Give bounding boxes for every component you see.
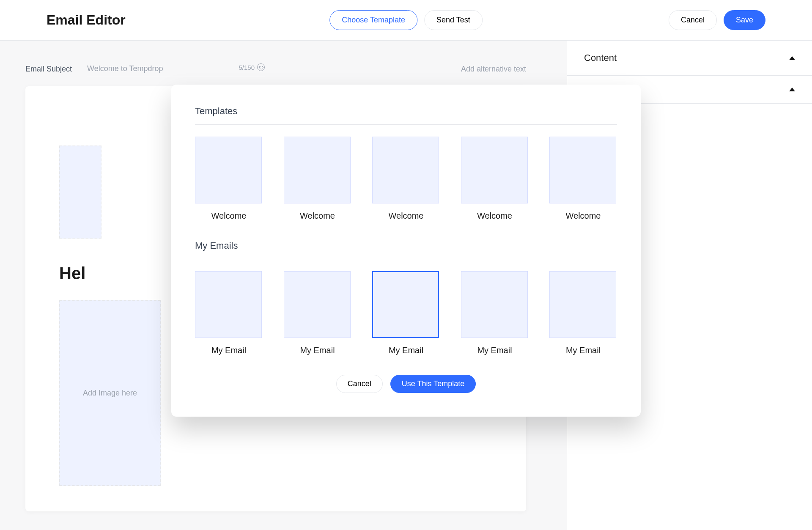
emoji-picker-icon[interactable] bbox=[257, 63, 265, 71]
use-template-button[interactable]: Use This Template bbox=[390, 375, 476, 393]
template-name: My Email bbox=[549, 346, 617, 355]
send-test-button[interactable]: Send Test bbox=[424, 10, 483, 30]
template-name: My Email bbox=[284, 346, 351, 355]
template-card[interactable]: Welcome bbox=[461, 137, 529, 221]
accordion-content[interactable]: Content bbox=[567, 41, 812, 76]
save-button[interactable]: Save bbox=[724, 10, 765, 30]
email-subject-input[interactable] bbox=[87, 62, 265, 76]
add-alt-text-link[interactable]: Add alternative text bbox=[461, 65, 526, 74]
template-thumbnail bbox=[549, 271, 616, 338]
template-thumbnail bbox=[284, 137, 351, 203]
template-name: Welcome bbox=[195, 211, 263, 221]
template-card[interactable]: Welcome bbox=[284, 137, 351, 221]
template-name: My Email bbox=[461, 346, 529, 355]
hero-image-dropzone[interactable] bbox=[59, 146, 102, 239]
modal-sections: TemplatesWelcomeWelcomeWelcomeWelcomeWel… bbox=[195, 106, 617, 355]
choose-template-button[interactable]: Choose Temaplate bbox=[329, 10, 417, 30]
template-thumbnail bbox=[195, 271, 262, 338]
template-name: Welcome bbox=[549, 211, 617, 221]
modal-cancel-button[interactable]: Cancel bbox=[336, 375, 383, 393]
chevron-up-icon bbox=[789, 56, 795, 60]
choose-template-modal: TemplatesWelcomeWelcomeWelcomeWelcomeWel… bbox=[171, 85, 641, 417]
template-thumbnail bbox=[372, 271, 439, 338]
template-name: Welcome bbox=[461, 211, 529, 221]
template-card[interactable]: My Email bbox=[461, 271, 529, 355]
template-name: My Email bbox=[372, 346, 440, 355]
template-card[interactable]: My Email bbox=[372, 271, 440, 355]
cancel-button[interactable]: Cancel bbox=[669, 10, 717, 30]
subject-label: Email Subject bbox=[25, 65, 72, 74]
template-thumbnail bbox=[372, 137, 439, 203]
template-card[interactable]: My Email bbox=[284, 271, 351, 355]
char-count: 5/150 bbox=[239, 64, 255, 71]
template-section-heading: Templates bbox=[195, 106, 617, 125]
template-card[interactable]: Welcome bbox=[549, 137, 617, 221]
template-name: Welcome bbox=[372, 211, 440, 221]
add-image-placeholder: Add Image here bbox=[83, 389, 137, 398]
template-thumbnail bbox=[195, 137, 262, 203]
template-card[interactable]: Welcome bbox=[372, 137, 440, 221]
template-name: Welcome bbox=[284, 211, 351, 221]
template-card[interactable]: My Email bbox=[195, 271, 263, 355]
template-name: My Email bbox=[195, 346, 263, 355]
template-thumbnail bbox=[549, 137, 616, 203]
template-section-heading: My Emails bbox=[195, 240, 617, 259]
template-thumbnail bbox=[461, 137, 528, 203]
accordion-label: Content bbox=[584, 52, 617, 63]
template-card[interactable]: Welcome bbox=[195, 137, 263, 221]
side-image-dropzone[interactable]: Add Image here bbox=[59, 300, 161, 486]
template-thumbnail bbox=[284, 271, 351, 338]
template-thumbnail bbox=[461, 271, 528, 338]
template-card[interactable]: My Email bbox=[549, 271, 617, 355]
chevron-up-icon bbox=[789, 88, 795, 91]
page-title: Email Editor bbox=[47, 12, 126, 28]
